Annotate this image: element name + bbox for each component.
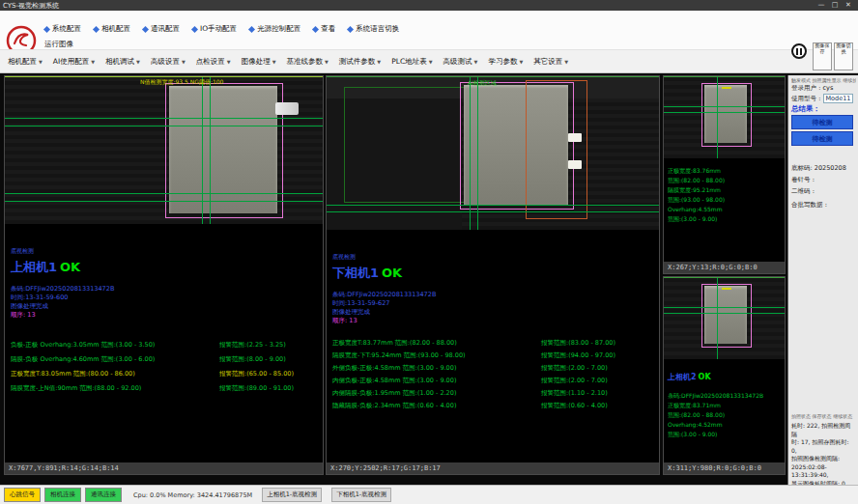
tool-label: 相机调试 [105, 57, 134, 67]
qr-code-label: 二维码： [791, 187, 816, 196]
measurement-text: 隔膜宽度-下T:95.24mm 范围:(93.00 - 98.00) [332, 350, 535, 362]
tool-camera-config[interactable]: 相机配置▼ [8, 57, 43, 67]
measure-line [5, 118, 323, 119]
tool-image-processing[interactable]: 图像处理▼ [242, 57, 276, 67]
measurement-row: 隔膜宽度-下T:95.24mm 范围:(93.00 - 98.00)报警范围:(… [332, 350, 659, 362]
image-save-label: 图像保存 [814, 43, 831, 54]
pause-button[interactable] [791, 43, 807, 59]
image-save-button[interactable]: 图像保存 [813, 42, 832, 70]
chevron-down-icon: ▼ [39, 59, 43, 65]
image-switch-button[interactable]: 图像切换 [834, 42, 853, 70]
menu-item-io-manual-config[interactable]: IO手动配置 [192, 24, 237, 34]
tool-ai-config[interactable]: AI使用配置▼ [53, 57, 95, 67]
camera2-mode-tag[interactable]: 下相机1-底视检测 [331, 488, 391, 502]
tool-advanced-settings[interactable]: 高级设置▼ [151, 57, 186, 67]
ng-threshold-overlay: N值检测宽度:93.5 NG阈值:100 [140, 78, 223, 87]
menu-item-view[interactable]: 查看 [313, 24, 335, 34]
time-line: 时间:13-31-59-600 [11, 294, 323, 302]
menu-item-camera-config[interactable]: 相机配置 [94, 24, 130, 34]
result-ok-badge: OK [699, 373, 711, 381]
measurement-list-small: 条码:DFFJiw2025020813313472B 正极宽度:83.71mm … [664, 391, 785, 439]
camera-image-small-bottom[interactable] [664, 277, 785, 359]
result-ok-badge: OK [382, 266, 402, 280]
measurement-text: 范围:(82.00 - 88.00) [664, 410, 785, 420]
camera-image-upper[interactable]: N值检测宽度:93.5 NG阈值:100 [5, 76, 323, 224]
tab-run-image[interactable]: 运行图像 [44, 40, 73, 49]
camera-image-lower[interactable]: AI检测区域 [327, 76, 659, 230]
measurement-alarm: 报警范围:(2.00 - 7.00) [541, 375, 608, 387]
pixel-coords-readout: X:311;Y:980;R:0;G:0;B:0 [664, 462, 785, 474]
tool-other-settings[interactable]: 其它设置▼ [533, 57, 568, 67]
login-user-value: cys [823, 84, 834, 92]
comm-connect-indicator: 通讯连接 [85, 488, 122, 502]
camera-result-text-lower: 底视检测 下相机1OK 条码:DFFJiw2025020813313472B 时… [327, 253, 659, 412]
tool-baseline-params[interactable]: 基准线参数▼ [287, 57, 329, 67]
chevron-down-icon: ▼ [182, 59, 186, 65]
measure-line [5, 193, 323, 194]
login-user-row: 登录用户：cys [791, 84, 833, 93]
tool-camera-debug[interactable]: 相机调试▼ [105, 57, 140, 67]
info-panel-header: 触发模式 拍照属性显示 继续拍照属性 [791, 77, 856, 83]
detect-region-box [344, 87, 470, 203]
measurement-alarm: 报警范围:(94.00 - 97.00) [541, 350, 615, 362]
roll-pin-label: 卷针号： [791, 176, 816, 184]
total-result-label: 总结果： [791, 104, 820, 114]
model-select[interactable]: Mode11 [823, 94, 854, 103]
menu-item-label: 系统配置 [52, 24, 81, 34]
time-line: 时间:13-31-59-627 [332, 299, 659, 308]
measure-line [664, 106, 785, 107]
measurement-text: 内侧负极-正极:4.58mm 范围:(3.00 - 9.00) [332, 375, 535, 387]
login-user-label: 登录用户： [791, 84, 823, 92]
status-bar: 心跳信号 相机连接 通讯连接 Cpu: 0.0% Memory: 3424.41… [0, 485, 858, 504]
chevron-down-icon: ▼ [227, 59, 231, 65]
toolbar: 相机配置▼ AI使用配置▼ 相机调试▼ 高级设置▼ 点检设置▼ 图像处理▼ 基准… [0, 49, 858, 73]
tool-spot-check[interactable]: 点检设置▼ [196, 57, 231, 67]
ai-region-box [526, 80, 587, 219]
tool-label: 图像处理 [242, 57, 271, 67]
menu-item-light-control-config[interactable]: 光源控制配置 [249, 24, 300, 34]
chevron-down-icon: ▼ [519, 59, 523, 65]
info-panel: 触发模式 拍照属性显示 继续拍照属性 登录用户：cys 使用型号：Mode11 … [787, 75, 858, 485]
tool-advanced-test[interactable]: 高级测试▼ [443, 57, 478, 67]
menu-item-system-config[interactable]: 系统配置 [44, 24, 81, 34]
app-window: CYS-视觉检测系统 — □ ✕ 系统配置 相机配置 通讯配置 IO手动配置 光… [0, 0, 858, 504]
maximize-button[interactable]: □ [828, 0, 842, 11]
measurement-text: Overhang:4.55mm [664, 205, 785, 214]
top-band: 系统配置 相机配置 通讯配置 IO手动配置 光源控制配置 查看 系统语言切换 运… [0, 11, 858, 49]
menu-bullet-icon [93, 25, 100, 32]
menu-item-label: 相机配置 [101, 24, 130, 34]
camera-connect-indicator: 相机连接 [44, 488, 81, 502]
measure-line [664, 112, 785, 113]
measurement-list: 负极-正极 Overhang:3.05mm 范围:(3.00 - 3.50)报警… [11, 338, 323, 396]
measurement-row: 隔膜宽度-上N值:90mm 范围:(88.00 - 92.00)报警范围:(89… [11, 381, 323, 396]
measurement-text: 范围:(93.00 - 98.00) [664, 195, 785, 205]
measure-line-vertical [202, 77, 203, 224]
ng-marker [722, 288, 731, 290]
stats-header: 拍照状态 保存状态 继续状态 [791, 413, 852, 419]
chevron-down-icon: ▼ [272, 59, 276, 65]
minimize-button[interactable]: — [815, 0, 828, 11]
process-status-line: 图像处理完成 [332, 308, 659, 317]
inspected-part [169, 86, 277, 213]
ng-marker [722, 87, 731, 89]
pause-icon [800, 48, 802, 55]
tool-plc-address-table[interactable]: PLC地址表▼ [391, 57, 432, 67]
menu-bullet-icon [43, 25, 50, 32]
measurement-alarm: 报警范围:(89.00 - 91.00) [219, 381, 294, 396]
menu-item-comm-config[interactable]: 通讯配置 [143, 24, 180, 34]
measurement-row: 隐藏隔膜-负极:2.34mm 范围:(0.60 - 4.00)报警范围:(0.6… [332, 400, 659, 412]
tool-label: 点检设置 [196, 57, 225, 67]
menu-item-label: IO手动配置 [200, 24, 237, 34]
close-button[interactable]: ✕ [842, 0, 855, 11]
tool-testpiece-params[interactable]: 测试件参数▼ [339, 57, 381, 67]
menu-item-language-switch[interactable]: 系统语言切换 [348, 24, 399, 34]
tool-learning-params[interactable]: 学习参数▼ [488, 57, 523, 67]
inspection-mode-label: 底视检测 [332, 253, 659, 262]
result-box-lower: 待检测 [791, 131, 853, 146]
camera-image-small-top[interactable] [664, 76, 785, 158]
process-status-line: 图像处理完成 [11, 302, 323, 311]
camera1-mode-tag[interactable]: 上相机1-底视检测 [262, 488, 322, 502]
measurement-text: 隔膜宽度:95.21mm [664, 185, 785, 195]
pause-icon [796, 48, 798, 55]
tool-label: 其它设置 [533, 57, 562, 67]
